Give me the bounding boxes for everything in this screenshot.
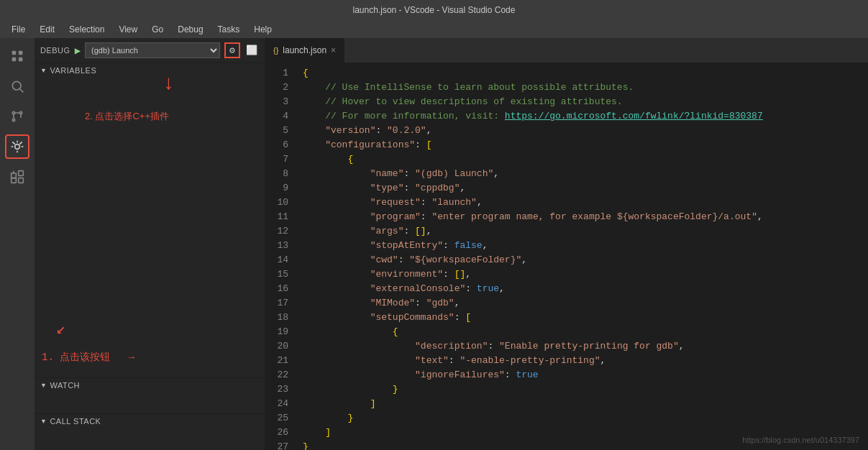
- svg-rect-2: [12, 58, 17, 62]
- code-line-25: }: [303, 411, 868, 426]
- code-line-1: {: [303, 66, 868, 81]
- code-content[interactable]: { // Use IntelliSense to learn about pos…: [297, 66, 868, 450]
- tab-close-button[interactable]: ×: [331, 45, 336, 55]
- menu-help[interactable]: Help: [248, 23, 278, 36]
- code-line-20: "description": "Enable pretty-printing f…: [303, 339, 868, 354]
- callstack-label: CALL STACK: [50, 417, 101, 426]
- svg-point-6: [12, 111, 14, 114]
- watch-header[interactable]: ▼ WATCH: [35, 378, 265, 392]
- menu-bar: File Edit Selection View Go Debug Tasks …: [0, 20, 868, 38]
- svg-point-4: [12, 81, 21, 90]
- code-line-7: {: [303, 152, 868, 167]
- svg-line-10: [12, 142, 14, 144]
- debug-config-select[interactable]: (gdb) Launch: [85, 42, 220, 58]
- code-line-10: "request": "launch",: [303, 196, 868, 210]
- debug-label: DEBUG: [40, 46, 70, 55]
- activity-bar: [0, 38, 35, 450]
- watch-triangle: ▼: [40, 382, 47, 389]
- watch-section: ▼ WATCH: [35, 377, 265, 392]
- menu-selection[interactable]: Selection: [63, 23, 110, 36]
- menu-tasks[interactable]: Tasks: [212, 23, 246, 36]
- code-line-12: "args": [],: [303, 224, 868, 239]
- tab-json-icon: {}: [273, 46, 278, 55]
- menu-edit[interactable]: Edit: [34, 23, 60, 36]
- code-line-13: "stopAtEntry": false,: [303, 239, 868, 253]
- svg-rect-1: [19, 51, 23, 55]
- activity-search[interactable]: [5, 74, 29, 98]
- code-line-21: "text": "-enable-pretty-printing",: [303, 354, 868, 368]
- code-line-9: "type": "cppdbg",: [303, 181, 868, 196]
- code-line-6: "configurations": [: [303, 138, 868, 152]
- debug-header: DEBUG ▶ (gdb) Launch ⚙ ⬜: [35, 38, 265, 63]
- menu-go[interactable]: Go: [146, 23, 169, 36]
- menu-file[interactable]: File: [6, 23, 31, 36]
- code-line-22: "ignoreFailures": true: [303, 368, 868, 382]
- code-line-15: "environment": [],: [303, 267, 868, 282]
- editor-tab[interactable]: {} launch.json ×: [265, 38, 345, 63]
- debug-gear-button[interactable]: ⚙: [224, 42, 240, 58]
- activity-extensions[interactable]: [5, 165, 29, 189]
- tab-name: launch.json: [283, 45, 326, 55]
- variables-header[interactable]: ▼ VARIABLES: [35, 63, 265, 78]
- code-line-14: "cwd": "${workspaceFolder}",: [303, 253, 868, 267]
- title-text: launch.json - VScode - Visual Studio Cod…: [353, 5, 516, 15]
- callstack-header[interactable]: ▼ CALL STACK: [35, 414, 265, 428]
- menu-view[interactable]: View: [113, 23, 143, 36]
- code-line-11: "program": "enter program name, for exam…: [303, 210, 868, 224]
- svg-line-11: [19, 142, 22, 144]
- code-line-4: // For more information, visit: https://…: [303, 109, 868, 124]
- code-line-2: // Use IntelliSense to learn about possi…: [303, 81, 868, 95]
- callstack-section: ▼ CALL STACK: [35, 413, 265, 428]
- svg-rect-18: [19, 178, 24, 183]
- debug-more-button[interactable]: ⬜: [245, 45, 259, 56]
- callstack-triangle: ▼: [40, 418, 47, 425]
- activity-git[interactable]: [5, 104, 29, 129]
- watermark: https://blog.csdn.net/u014337397: [742, 436, 859, 444]
- activity-explorer[interactable]: [5, 44, 29, 68]
- variables-label: VARIABLES: [50, 66, 96, 75]
- code-line-18: "setupCommands": [: [303, 311, 868, 325]
- menu-debug[interactable]: Debug: [172, 23, 209, 36]
- code-line-23: }: [303, 382, 868, 397]
- svg-rect-0: [12, 51, 17, 55]
- main-layout: DEBUG ▶ (gdb) Launch ⚙ ⬜ ▼ VARIABLES ↓ 2…: [0, 38, 868, 450]
- svg-point-8: [12, 119, 14, 121]
- svg-rect-16: [12, 178, 17, 183]
- watch-label: WATCH: [50, 381, 80, 390]
- debug-play-button[interactable]: ▶: [75, 45, 81, 57]
- svg-rect-3: [19, 58, 23, 62]
- svg-line-5: [20, 89, 24, 93]
- editor-area: {} launch.json × 12345 678910 1112131415…: [265, 38, 868, 450]
- tab-bar: {} launch.json ×: [265, 38, 868, 63]
- code-editor: 12345 678910 1112131415 1617181920 21222…: [265, 63, 868, 450]
- line-numbers: 12345 678910 1112131415 1617181920 21222…: [265, 66, 297, 450]
- code-line-19: {: [303, 325, 868, 339]
- code-line-8: "name": "(gdb) Launch",: [303, 167, 868, 181]
- activity-debug[interactable]: [5, 134, 29, 159]
- code-line-17: "MIMode": "gdb",: [303, 296, 868, 311]
- code-line-3: // Hover to view descriptions of existin…: [303, 95, 868, 109]
- title-bar: launch.json - VScode - Visual Studio Cod…: [0, 0, 868, 20]
- sidebar: DEBUG ▶ (gdb) Launch ⚙ ⬜ ▼ VARIABLES ↓ 2…: [35, 38, 265, 450]
- svg-point-9: [15, 144, 20, 150]
- variables-triangle: ▼: [40, 67, 47, 74]
- code-line-16: "externalConsole": true,: [303, 282, 868, 296]
- code-line-24: ]: [303, 397, 868, 411]
- svg-rect-17: [19, 171, 24, 176]
- code-line-5: "version": "0.2.0",: [303, 124, 868, 138]
